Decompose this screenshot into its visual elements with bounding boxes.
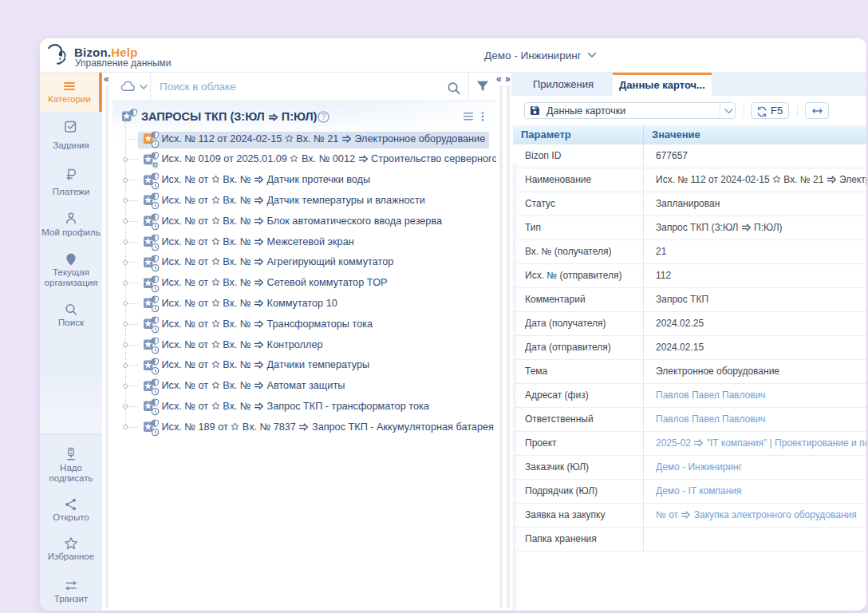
svg-text:?: ? xyxy=(322,113,326,121)
